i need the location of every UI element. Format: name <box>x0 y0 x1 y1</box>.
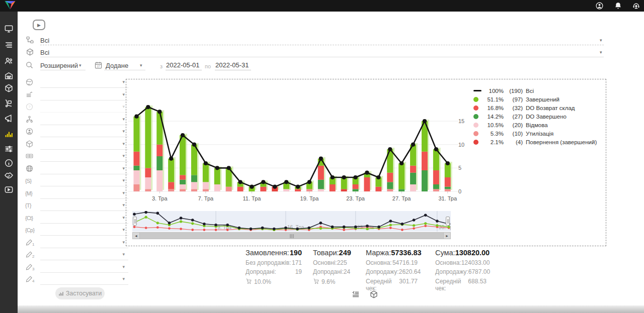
sidebar-item-video[interactable] <box>4 185 14 194</box>
sidebar-item-users[interactable] <box>4 56 14 66</box>
products-toggle-icon[interactable] <box>369 290 378 299</box>
app-logo-icon[interactable] <box>4 1 17 11</box>
filter-row-utm-campaign[interactable]: {Cp}▾ <box>25 225 128 237</box>
filter-row-utm-term[interactable]: {T}▾ <box>25 200 128 213</box>
filter-row-utm-medium[interactable]: {M}▾ <box>25 188 128 200</box>
sidebar-item-analytics[interactable] <box>4 129 14 139</box>
product-underline <box>40 57 604 57</box>
stat-row: Допродані:24 <box>313 268 346 275</box>
chevron-down-icon[interactable]: ▾ <box>122 215 125 220</box>
stat-row: Основна:54716.19 <box>366 259 418 266</box>
navigator-handle-left[interactable] <box>133 217 137 226</box>
date-from-input[interactable] <box>166 61 202 70</box>
bell-icon[interactable] <box>614 2 622 10</box>
svg-text:7. Тра: 7. Тра <box>198 195 214 201</box>
svg-text:23. Тра: 23. Тра <box>346 195 365 201</box>
orders-list-toggle-icon[interactable] <box>351 290 360 299</box>
chevron-down-icon[interactable]: ▾ <box>600 38 602 43</box>
apply-button[interactable]: Застосувати <box>55 287 105 299</box>
cart-icon <box>246 278 252 286</box>
legend-item-3[interactable]: 14.2%(27)DO Завершено <box>473 112 605 121</box>
sidebar-item-package[interactable] <box>4 83 14 93</box>
legend-dot-marker <box>473 106 478 111</box>
tutorial-play-button[interactable]: ▶ <box>33 20 45 30</box>
scrollbar-grip[interactable] <box>290 234 293 238</box>
date-to-input[interactable] <box>215 61 251 70</box>
stat-row: Допродажу:2620.64 <box>366 268 418 275</box>
filter-row-custom-2[interactable]: 2▾ <box>25 250 128 262</box>
sidebar-item-warehouse[interactable] <box>4 71 14 80</box>
chevron-down-icon[interactable]: ▾ <box>122 264 125 269</box>
topbar <box>0 0 644 12</box>
headset-support-icon[interactable] <box>632 2 640 10</box>
stat-row: Основні:225 <box>313 259 346 266</box>
legend-item-2[interactable]: 16.8%(32)DO Возврат склад <box>473 103 605 112</box>
date-field-select[interactable]: Додане <box>106 62 128 69</box>
search-mode-select[interactable]: Розширений <box>40 62 78 69</box>
filter-row-structure[interactable]: ▾ <box>25 115 128 127</box>
svg-text:15: 15 <box>458 118 464 124</box>
chevron-down-icon[interactable]: ▾ <box>122 276 125 281</box>
legend-line-marker <box>473 90 481 91</box>
filter-row-utm-source[interactable]: {S}▾ <box>25 176 128 188</box>
play-icon: ▶ <box>37 23 41 28</box>
sidebar-item-megaphone[interactable] <box>4 114 14 123</box>
chevron-down-icon[interactable]: ▾ <box>600 50 602 55</box>
user-circle-icon[interactable] <box>595 2 604 10</box>
horizontal-scrollbar[interactable]: ◄ ► <box>132 232 451 239</box>
filter-row-status-lines[interactable]: ▾ <box>25 90 128 102</box>
product-select-value[interactable]: Всі <box>40 49 49 56</box>
chevron-down-icon[interactable]: ▾ <box>140 63 142 68</box>
svg-text:0: 0 <box>458 188 461 194</box>
legend-item-4[interactable]: 10.5%(20)Відмова <box>473 121 605 129</box>
chart-legend: 100%(190)Всі51.1%(97)Завершений16.8%(32)… <box>473 86 605 146</box>
to-label: по <box>205 63 211 69</box>
sidebar-item-handshake[interactable] <box>4 171 14 180</box>
stat-upsell-rate: 10.0% <box>246 278 302 286</box>
legend-item-5[interactable]: 5.3%(10)Утилізація <box>473 129 605 138</box>
sidebar-item-trolley[interactable] <box>4 98 14 108</box>
legend-item-1[interactable]: 51.1%(97)Завершений <box>473 95 605 103</box>
source-select-value[interactable]: Всі <box>40 37 49 44</box>
legend-dot-marker <box>473 97 478 102</box>
chevron-down-icon[interactable]: ▾ <box>122 240 125 245</box>
filter-row-product[interactable]: ▾ <box>25 139 128 151</box>
help-icon: ? <box>25 102 34 111</box>
filter-row-utm-content[interactable]: {Ct}▾ <box>25 213 128 225</box>
filter-row-manager[interactable]: ▾ <box>25 127 128 139</box>
chevron-down-icon[interactable]: ▾ <box>122 252 125 257</box>
utm-term-icon: {T} <box>25 202 31 211</box>
filter-row-country[interactable]: ▾ <box>25 77 128 89</box>
legend-dot-marker <box>473 131 478 136</box>
navigator-chart: 9. Тра16. Тра23. Тра30. Тра <box>132 211 451 232</box>
scrollbar-track[interactable] <box>140 233 443 239</box>
scroll-left-button[interactable]: ◄ <box>133 233 140 239</box>
filter-row-custom-4[interactable]: 4▾ <box>25 274 128 286</box>
filter-row-help[interactable]: ?▾ <box>25 102 128 114</box>
filter-row-payment[interactable]: ▾ <box>25 151 128 163</box>
legend-item-0[interactable]: 100%(190)Всі <box>473 86 605 95</box>
from-label: з <box>160 63 163 69</box>
chart-navigator[interactable]: 9. Тра16. Тра23. Тра30. Тра <box>132 211 451 232</box>
sidebar-item-list[interactable] <box>4 40 14 50</box>
user-circle-icon <box>25 127 34 136</box>
navigator-handle-right[interactable] <box>446 217 450 226</box>
filter-row-custom-3[interactable]: 3▾ <box>25 262 128 274</box>
legend-item-6[interactable]: 2.1%(4)Повернення (завершений) <box>473 138 605 146</box>
chevron-down-icon[interactable]: ▾ <box>79 63 82 68</box>
sidebar-item-sliders[interactable] <box>4 144 14 154</box>
stat-row: Допродажу:6787.00 <box>435 268 487 275</box>
search-icon <box>25 61 34 69</box>
filter-row-custom-1[interactable]: 1▾ <box>25 238 128 250</box>
svg-text:17: 17 <box>97 65 100 68</box>
stat-col-1: Товари:249Основні:225Допродані:249.6% <box>313 249 346 286</box>
apply-button-label: Застосувати <box>66 290 102 297</box>
filter-row-web[interactable]: ▾ <box>25 164 128 176</box>
sidebar-item-info[interactable] <box>4 158 14 168</box>
svg-text:27. Тра: 27. Тра <box>392 195 412 201</box>
earth-icon <box>25 78 34 86</box>
chevron-down-icon[interactable]: ▾ <box>122 227 125 232</box>
scroll-right-button[interactable]: ► <box>443 233 450 239</box>
sidebar-item-monitor[interactable] <box>4 24 14 34</box>
package-icon <box>26 48 34 56</box>
